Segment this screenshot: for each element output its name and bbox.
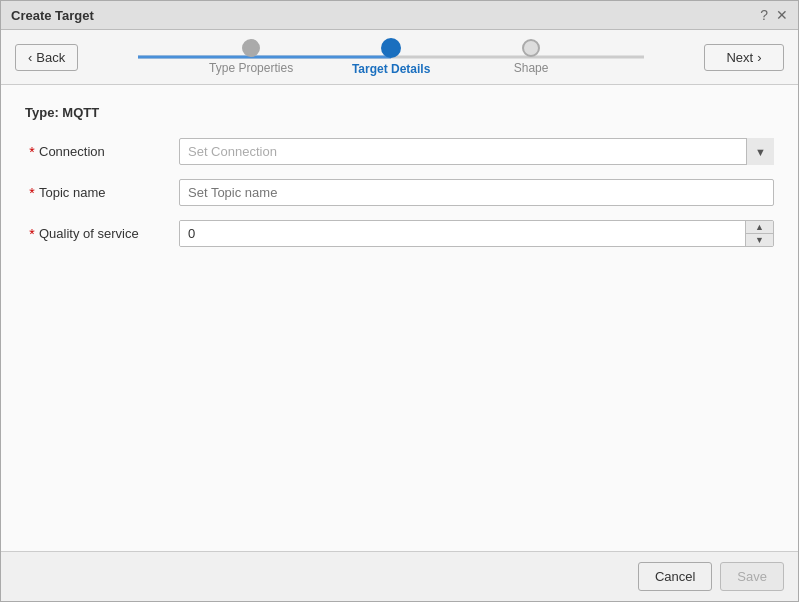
cancel-button[interactable]: Cancel xyxy=(638,562,712,591)
create-target-dialog: Create Target ? ✕ ‹ Back Type Properties… xyxy=(0,0,799,602)
qos-increment-button[interactable]: ▲ xyxy=(746,221,773,234)
step-circle-1 xyxy=(242,39,260,57)
titlebar: Create Target ? ✕ xyxy=(1,1,798,30)
stepper: Type Properties Target Details Shape xyxy=(78,38,704,76)
step-shape: Shape xyxy=(461,39,601,75)
step-circle-2 xyxy=(381,38,401,58)
qos-spinner-buttons: ▲ ▼ xyxy=(745,221,773,246)
next-label: Next xyxy=(726,50,753,65)
step-label-2: Target Details xyxy=(352,62,430,76)
qos-spinner: ▲ ▼ xyxy=(179,220,774,247)
back-label: Back xyxy=(36,50,65,65)
back-button[interactable]: ‹ Back xyxy=(15,44,78,71)
toolbar: ‹ Back Type Properties Target Details Sh… xyxy=(1,30,798,85)
qos-decrement-button[interactable]: ▼ xyxy=(746,234,773,246)
help-icon[interactable]: ? xyxy=(760,7,768,23)
qos-required: * xyxy=(25,226,39,242)
dialog-title: Create Target xyxy=(11,8,94,23)
step-label-1: Type Properties xyxy=(209,61,293,75)
type-value: MQTT xyxy=(62,105,99,120)
connection-select-wrapper: Set Connection ▼ xyxy=(179,138,774,165)
type-label: Type: xyxy=(25,105,59,120)
connection-label: Connection xyxy=(39,144,179,159)
back-chevron-icon: ‹ xyxy=(28,50,32,65)
close-icon[interactable]: ✕ xyxy=(776,7,788,23)
topic-label: Topic name xyxy=(39,185,179,200)
save-button: Save xyxy=(720,562,784,591)
topic-row: * Topic name xyxy=(25,179,774,206)
step-circle-3 xyxy=(522,39,540,57)
footer: Cancel Save xyxy=(1,551,798,601)
titlebar-actions: ? ✕ xyxy=(760,7,788,23)
connection-row: * Connection Set Connection ▼ xyxy=(25,138,774,165)
topic-required: * xyxy=(25,185,39,201)
step-type-properties: Type Properties xyxy=(181,39,321,75)
type-header: Type: MQTT xyxy=(25,105,774,120)
qos-label: Quality of service xyxy=(39,226,179,241)
next-button[interactable]: Next › xyxy=(704,44,784,71)
qos-input[interactable] xyxy=(180,221,745,246)
form-content: Type: MQTT * Connection Set Connection ▼… xyxy=(1,85,798,551)
step-target-details: Target Details xyxy=(321,38,461,76)
topic-input[interactable] xyxy=(179,179,774,206)
connection-select[interactable]: Set Connection xyxy=(179,138,774,165)
step-label-3: Shape xyxy=(514,61,549,75)
qos-row: * Quality of service ▲ ▼ xyxy=(25,220,774,247)
next-chevron-icon: › xyxy=(757,50,761,65)
connection-required: * xyxy=(25,144,39,160)
